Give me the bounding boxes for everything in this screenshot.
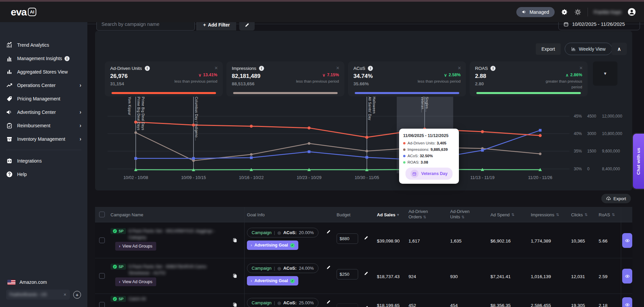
column-header-impressions[interactable]: Impressions ⇅ (531, 207, 559, 222)
search-input[interactable] (97, 21, 195, 30)
budget-input[interactable]: $250 (337, 269, 358, 279)
view-details-eye-button[interactable] (622, 269, 632, 283)
clear-store-icon[interactable]: ✕ (63, 293, 67, 297)
copy-icon[interactable] (232, 273, 238, 278)
kpi-progress-bar (476, 92, 581, 94)
column-header-ad-spend[interactable]: Ad Spend ⇅ (490, 207, 514, 222)
goal-info-pill[interactable]: Campaign|◎ ACoS:20.00% (247, 228, 318, 237)
store-selector[interactable]: FeatherBrands - US ✕ (6, 290, 70, 300)
us-flag-icon (7, 280, 15, 285)
ad-spend-value: $6,902.16 (490, 238, 511, 244)
sidebar-item-management-insights[interactable]: Management Insights i › (0, 52, 87, 65)
campaign-table: Campaign NameGoal InfoBudgetAd Sales ▾Ad… (95, 207, 632, 307)
trend-analytics-icon (6, 42, 13, 48)
edit-budget-icon[interactable] (364, 235, 369, 240)
add-store-button[interactable]: + (73, 291, 81, 299)
budget-input[interactable]: $160 (337, 303, 358, 307)
kpi-value: 82,181,489 (232, 73, 260, 80)
collapse-chart-button[interactable]: ∧ (611, 43, 627, 55)
cloud-export-icon (606, 196, 611, 201)
goal-info-pill[interactable]: Campaign|◎ ACoS:24.00% (247, 263, 318, 273)
advertising-goal-badge[interactable]: ›Advertising Goal✓ (247, 240, 298, 250)
sidebar-item-pricing-management[interactable]: Pricing Management i › (0, 92, 87, 105)
eva-logo[interactable]: eva AI (11, 6, 36, 18)
settings-gear-icon[interactable] (561, 8, 568, 16)
edit-goal-icon[interactable] (326, 300, 331, 304)
weekly-view-button[interactable]: Weekly View (565, 43, 612, 55)
table-export-button[interactable]: Export (601, 194, 631, 203)
column-header-campaign-name: Campaign Name (111, 207, 143, 222)
copy-icon[interactable] (232, 302, 238, 307)
kpi-card-ad-driven-units: Ad-Driven Units i ✕ 26,976 31,154 ∨13.41… (105, 61, 223, 96)
row-checkbox[interactable] (99, 237, 105, 243)
x-axis-label: 11/13 - 11/19 (470, 175, 495, 180)
sidebar-item-advertising-center[interactable]: Advertising Center i › (0, 105, 87, 119)
chat-with-us-tab[interactable]: Chat with us (633, 134, 644, 189)
x-axis-label: 10/02 - 10/08 (123, 175, 148, 180)
info-icon[interactable]: i (368, 66, 373, 71)
managed-toggle[interactable]: Managed (516, 7, 554, 17)
advertising-goal-badge[interactable]: ›Advertising Goal✓ (247, 276, 298, 286)
chart-tooltip: 11/06/2025 - 11/12/2025 Ad-Driven Units:… (399, 129, 459, 184)
kpi-more-dropdown[interactable]: ▼ (593, 61, 617, 86)
kpi-change: ∧2.86% (565, 73, 582, 78)
sidebar-item-help[interactable]: Help i › (0, 168, 87, 181)
copy-icon[interactable] (232, 237, 238, 243)
info-icon[interactable]: i (490, 66, 496, 71)
plus-icon: + (203, 22, 206, 28)
edit-goal-icon[interactable] (326, 229, 331, 234)
percent-axis-tick: 40% (574, 131, 582, 136)
close-icon[interactable]: ✕ (579, 65, 583, 71)
view-details-eye-button[interactable] (622, 233, 632, 248)
info-icon[interactable]: i (145, 66, 150, 71)
row-checkbox[interactable] (99, 273, 105, 279)
trend-chart-panel: Export Weekly View ∧ Ad-Driven Units i ✕… (95, 31, 632, 190)
edit-budget-icon[interactable] (364, 305, 369, 307)
avatar-icon[interactable] (628, 8, 636, 16)
impressions-value: 1,774,389 (531, 238, 551, 244)
x-axis-label: 10/16 - 10/22 (239, 175, 264, 180)
edit-goal-icon[interactable] (326, 265, 331, 270)
theme-sun-icon[interactable] (574, 8, 582, 16)
budget-input[interactable]: $880 (337, 233, 358, 244)
sidebar-item-aggregated-stores-view[interactable]: Aggregated Stores View i › (0, 65, 87, 79)
check-icon: ✓ (290, 243, 295, 248)
units-value: 930 (450, 274, 458, 279)
logo-text: eva (11, 6, 27, 18)
sidebar-item-trend-analytics[interactable]: Trend Analytics i › (0, 38, 87, 52)
kpi-previous-value: 88,513,656 (232, 81, 255, 86)
table-row: ✓SP 6 Pack Pants Set - 90CARMY015 Jeggin… (95, 223, 632, 258)
kpi-card-roas: ROAS i ✕ 2.88 2.80 ∧2.86% greater than p… (470, 61, 588, 96)
column-header-roas[interactable]: RoAS ⇅ (599, 207, 615, 222)
close-icon[interactable]: ✕ (458, 65, 461, 71)
pricing-management-icon (6, 95, 13, 102)
view-details-eye-button[interactable] (622, 297, 632, 307)
select-all-checkbox[interactable] (99, 212, 105, 217)
view-ad-groups-button[interactable]: ›View Ad Groups (115, 277, 156, 286)
impressions-axis-tick: 12,000,000 (602, 114, 622, 119)
column-header-ad-sales[interactable]: Ad Sales ▾ (377, 207, 399, 222)
sidebar-item-reimbursement[interactable]: Reimbursement i › (0, 119, 87, 132)
edit-budget-icon[interactable] (364, 271, 369, 276)
aggregated-stores-icon (6, 69, 13, 75)
info-icon[interactable]: i (259, 66, 264, 71)
x-axis-label: 10/30 - 11/05 (355, 175, 379, 180)
kpi-comparison-note: less than previous period (292, 79, 339, 84)
close-icon[interactable]: ✕ (214, 65, 218, 71)
row-checkbox[interactable] (99, 302, 105, 307)
ad-sales-value: $18,199.65 (377, 303, 400, 307)
sidebar-item-inventory-management[interactable]: Inventory Management i › (0, 132, 87, 146)
view-ad-groups-button[interactable]: ›View Ad Groups (115, 242, 156, 251)
goal-info-pill[interactable]: Campaign|◎ ACoS:25.00% (247, 298, 318, 307)
chart-export-button[interactable]: Export (536, 43, 561, 55)
column-header-clicks[interactable]: Clicks ⇅ (571, 207, 588, 222)
roas-value: 2.59 (599, 274, 607, 279)
logo-ai-badge: AI (28, 8, 36, 16)
column-header-ad-driven-units[interactable]: Ad-Driven Units ⇅ (450, 209, 476, 220)
sidebar-item-operations-center[interactable]: Operations Center i › (0, 79, 87, 92)
column-header-ad-driven-orders[interactable]: Ad-Driven Orders ⇅ (409, 209, 435, 220)
table-row: ✓SP 5 Pack Pants Set - 90BSTBARV9 Camo S… (95, 258, 632, 294)
sidebar-nav-secondary: Integrations i › Help i › (0, 154, 87, 181)
close-icon[interactable]: ✕ (336, 65, 340, 71)
sidebar-item-integrations[interactable]: Integrations i › (0, 154, 87, 168)
